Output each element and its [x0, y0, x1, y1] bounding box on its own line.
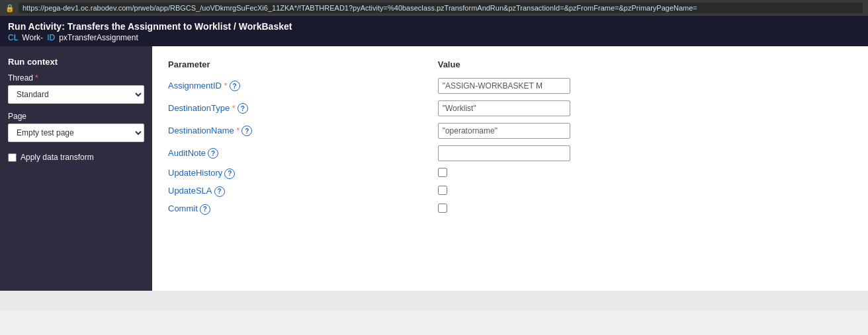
table-row: AuditNote? [168, 142, 852, 165]
params-table: Parameter Value AssignmentID *?Destinati… [168, 57, 852, 218]
main-layout: Run context Thread * Standard Page Empty… [0, 46, 868, 291]
col-parameter: Parameter [168, 57, 438, 75]
help-icon[interactable]: ? [200, 204, 210, 215]
left-panel: Run context Thread * Standard Page Empty… [0, 46, 152, 291]
param-name-cell: AuditNote? [168, 142, 438, 165]
thread-select[interactable]: Standard [8, 85, 144, 104]
table-row: UpdateSLA? [168, 182, 852, 200]
help-icon[interactable]: ? [208, 148, 218, 159]
param-text-input[interactable] [438, 123, 570, 139]
id-label: ID [47, 33, 55, 42]
run-context-title: Run context [8, 57, 144, 67]
param-value-cell [438, 97, 852, 120]
param-name: AuditNote [168, 148, 206, 158]
table-row: UpdateHistory? [168, 165, 852, 182]
param-text-input[interactable] [438, 78, 570, 94]
param-name-cell: DestinationType *? [168, 97, 438, 120]
help-icon[interactable]: ? [230, 81, 240, 91]
help-icon[interactable]: ? [214, 186, 225, 197]
apply-transform-label[interactable]: Apply data transform [21, 153, 94, 162]
thread-label: Thread * [8, 73, 144, 83]
header-subtitle: CL Work- ID pxTransferAssignment [8, 33, 860, 42]
param-name: DestinationName [168, 126, 234, 135]
param-required-star: * [234, 126, 240, 135]
help-icon[interactable]: ? [241, 126, 252, 136]
param-name-cell: UpdateSLA? [168, 182, 438, 200]
help-icon[interactable]: ? [238, 103, 248, 114]
table-row: Commit? [168, 200, 852, 218]
browser-bar: 🔒 https://pega-dev1.oc.rabodev.com/prweb… [0, 0, 868, 16]
param-checkbox-input[interactable] [438, 168, 447, 177]
param-name-cell: UpdateHistory? [168, 165, 438, 182]
page-title: Run Activity: Transfers the Assignment t… [8, 21, 860, 32]
param-value-cell [438, 142, 852, 165]
param-value-cell [438, 165, 852, 182]
param-name-cell: Commit? [168, 200, 438, 218]
bottom-bar [0, 291, 868, 311]
param-name: Commit [168, 204, 198, 213]
right-panel: Parameter Value AssignmentID *?Destinati… [152, 46, 868, 291]
param-required-star: * [230, 103, 236, 113]
id-value: pxTransferAssignment [59, 33, 138, 42]
table-row: DestinationType *? [168, 97, 852, 120]
page-label: Page [8, 112, 144, 121]
param-name: UpdateHistory [168, 168, 222, 178]
col-value: Value [438, 57, 852, 75]
param-text-input[interactable] [438, 100, 570, 116]
lock-icon: 🔒 [5, 4, 15, 13]
thread-required-star: * [35, 73, 38, 83]
header: Run Activity: Transfers the Assignment t… [0, 16, 868, 46]
table-row: DestinationName *? [168, 120, 852, 142]
param-checkbox-input[interactable] [438, 204, 447, 213]
cl-label: CL [8, 33, 18, 42]
apply-transform-row: Apply data transform [8, 153, 144, 162]
param-name: DestinationType [168, 103, 230, 113]
param-value-cell [438, 182, 852, 200]
param-name-cell: AssignmentID *? [168, 75, 438, 97]
param-name: AssignmentID [168, 81, 222, 91]
param-text-input[interactable] [438, 145, 570, 161]
url-bar[interactable]: https://pega-dev1.oc.rabodev.com/prweb/a… [19, 3, 863, 13]
cl-value: Work- [22, 33, 43, 42]
help-icon[interactable]: ? [224, 168, 235, 179]
apply-transform-checkbox[interactable] [8, 153, 17, 162]
param-value-cell [438, 200, 852, 218]
table-row: AssignmentID *? [168, 75, 852, 97]
param-value-cell [438, 75, 852, 97]
page-select[interactable]: Empty test page [8, 124, 144, 142]
param-required-star: * [222, 81, 228, 91]
param-value-cell [438, 120, 852, 142]
param-name-cell: DestinationName *? [168, 120, 438, 142]
param-checkbox-input[interactable] [438, 186, 447, 195]
param-name: UpdateSLA [168, 186, 212, 196]
